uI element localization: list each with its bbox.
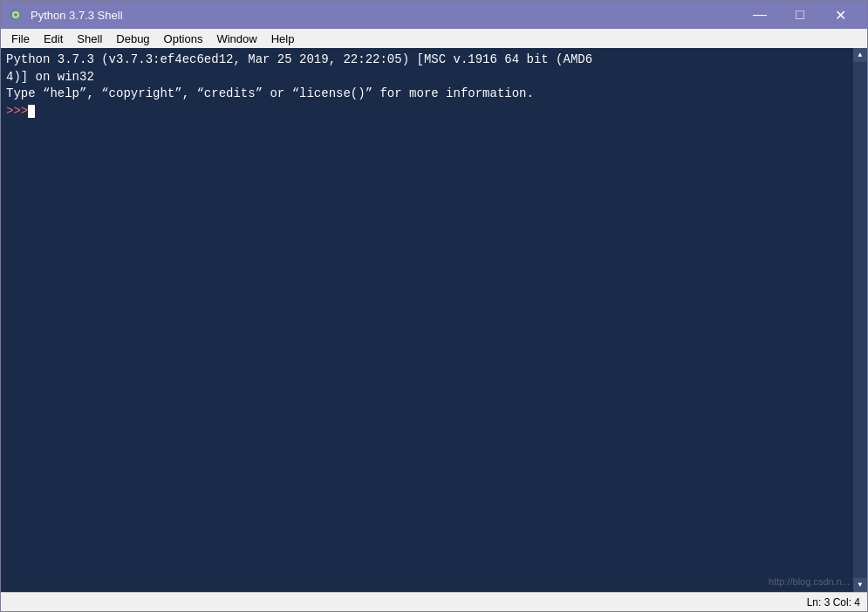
watermark: http://blog.csdn.n... <box>769 575 850 588</box>
menu-file[interactable]: File <box>4 29 37 48</box>
menu-bar: File Edit Shell Debug Options Window Hel… <box>1 29 867 48</box>
status-bar: Ln: 3 Col: 4 <box>1 592 867 611</box>
close-button[interactable]: ✕ <box>820 1 860 29</box>
menu-options[interactable]: Options <box>157 29 210 48</box>
svg-point-2 <box>14 13 17 17</box>
menu-shell[interactable]: Shell <box>70 29 109 48</box>
window-title: Python 3.7.3 Shell <box>31 9 740 22</box>
maximize-button[interactable]: □ <box>780 1 820 29</box>
menu-edit[interactable]: Edit <box>37 29 70 48</box>
menu-help[interactable]: Help <box>264 29 302 48</box>
window-controls: — □ ✕ <box>740 1 860 29</box>
shell-line-1: Python 3.7.3 (v3.7.3:ef4ec6ed12, Mar 25 … <box>6 52 862 69</box>
minimize-button[interactable]: — <box>740 1 780 29</box>
shell-prompt: >>> <box>6 103 28 120</box>
shell-line-2: 4)] on win32 <box>6 69 862 86</box>
shell-cursor <box>28 105 35 118</box>
menu-window[interactable]: Window <box>209 29 263 48</box>
menu-debug[interactable]: Debug <box>109 29 156 48</box>
scrollbar-up-button[interactable]: ▲ <box>853 48 867 62</box>
scrollbar-down-button[interactable]: ▼ <box>853 578 867 592</box>
python-shell-window: Python 3.7.3 Shell — □ ✕ File Edit Shell… <box>0 0 868 612</box>
python-icon <box>8 7 24 23</box>
cursor-position: Ln: 3 Col: 4 <box>807 596 860 609</box>
title-bar: Python 3.7.3 Shell — □ ✕ <box>1 1 867 29</box>
shell-content[interactable]: Python 3.7.3 (v3.7.3:ef4ec6ed12, Mar 25 … <box>1 48 867 592</box>
scrollbar[interactable]: ▲ ▼ <box>853 48 867 592</box>
shell-prompt-line[interactable]: >>> <box>6 103 862 120</box>
shell-line-3: Type “help”, “copyright”, “credits” or “… <box>6 86 862 103</box>
